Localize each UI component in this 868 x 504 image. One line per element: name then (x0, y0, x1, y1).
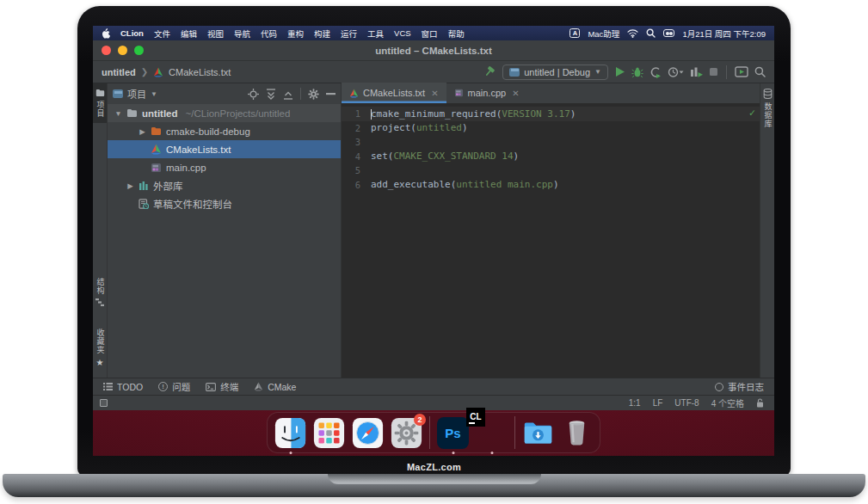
code-line[interactable]: 6 add_executable(untitled main.cpp) (342, 178, 760, 193)
line-ending-indicator[interactable]: LF (653, 398, 663, 408)
apple-menu-icon[interactable] (102, 28, 110, 39)
menu-item-run[interactable]: 运行 (341, 28, 357, 40)
settings-gear-icon[interactable] (308, 89, 319, 100)
dock-photoshop-icon[interactable]: Ps (437, 417, 469, 449)
tool-tab-favorites[interactable]: 收藏夹 ★ (93, 323, 107, 372)
window-titlebar[interactable]: untitled – CMakeLists.txt (93, 40, 774, 61)
clion-window: untitled – CMakeLists.txt untitled ❯ CMa… (93, 40, 774, 410)
run-button[interactable] (614, 66, 625, 77)
todo-tool-button[interactable]: TODO (103, 382, 143, 392)
close-tab-icon[interactable]: ✕ (512, 89, 519, 98)
expand-all-icon[interactable] (266, 89, 276, 100)
tree-item-label: main.cpp (166, 163, 206, 173)
tree-item-label: 草稿文件和控制台 (153, 197, 232, 211)
laptop-lid-notch (328, 474, 541, 484)
menu-item-refactor[interactable]: 重构 (287, 28, 304, 40)
chevron-collapsed-icon[interactable]: ▶ (126, 181, 134, 190)
breadcrumb-file[interactable]: CMakeLists.txt (169, 67, 231, 77)
macos-menubar: CLion 文件 编辑 视图 导航 代码 重构 构建 运行 工具 VCS 窗口 … (93, 26, 774, 40)
debug-button[interactable] (631, 66, 643, 78)
tree-item-label: 外部库 (153, 179, 183, 193)
terminal-tool-button[interactable]: 终端 (206, 380, 238, 393)
tree-row-cmakelists[interactable]: CMakeLists.txt (108, 140, 341, 158)
menu-item-clion[interactable]: CLion (120, 28, 144, 38)
event-log-button[interactable]: 事件日志 (715, 380, 764, 393)
code-editor[interactable]: 1 cmake_minimum_required(VERSION 3.17) 2… (342, 104, 760, 378)
locate-file-icon[interactable] (248, 89, 259, 100)
close-window-button[interactable] (102, 46, 111, 55)
cpp-file-icon (454, 89, 464, 97)
breadcrumb-separator-icon: ❯ (141, 67, 148, 77)
assistant-badge-icon[interactable]: A (569, 28, 580, 38)
tree-row-scratches[interactable]: 草稿文件和控制台 (108, 194, 341, 212)
menu-item-help[interactable]: 帮助 (448, 28, 465, 40)
unlocked-padlock-icon[interactable] (756, 398, 764, 408)
line-number: 4 (342, 151, 371, 162)
indent-indicator[interactable]: 4 个空格 (711, 396, 744, 409)
dock-safari-icon[interactable] (352, 417, 384, 449)
code-line[interactable]: 1 cmake_minimum_required(VERSION 3.17) (342, 107, 760, 121)
search-everywhere-icon[interactable] (754, 66, 766, 77)
menu-item-build[interactable]: 构建 (314, 28, 330, 40)
menu-item-view[interactable]: 视图 (207, 28, 224, 40)
collapse-all-icon[interactable] (283, 89, 293, 100)
code-line[interactable]: 3 (342, 135, 760, 150)
chevron-expanded-icon[interactable]: ▼ (114, 109, 122, 118)
inspections-ok-icon[interactable]: ✓ (749, 107, 755, 119)
tree-row-build-dir[interactable]: ▶ cmake-build-debug (108, 122, 341, 140)
build-hammer-icon[interactable] (483, 65, 496, 78)
wifi-icon[interactable] (627, 29, 638, 38)
code-line[interactable]: 2 project(untitled) (342, 121, 760, 136)
stop-button[interactable] (709, 67, 718, 77)
minimize-window-button[interactable] (118, 46, 127, 55)
assistant-menu[interactable]: Mac助理 (588, 28, 619, 40)
tool-tab-database[interactable]: 数据库 (760, 83, 774, 133)
menu-item-navigate[interactable]: 导航 (234, 28, 250, 40)
problems-tool-button[interactable]: ! 问题 (158, 380, 190, 393)
project-panel-title[interactable]: 项目 (127, 87, 146, 101)
editor-tab-main-cpp[interactable]: main.cpp ✕ (446, 83, 527, 103)
menu-item-file[interactable]: 文件 (154, 28, 170, 40)
dock-trash-icon[interactable] (561, 417, 593, 449)
spotlight-search-icon[interactable] (646, 28, 656, 38)
tool-tab-database-label: 数据库 (764, 102, 772, 128)
menu-item-tools[interactable]: 工具 (367, 28, 384, 40)
dock-settings-icon[interactable]: 2 (391, 417, 422, 449)
tool-tab-project[interactable]: 项目 (93, 83, 107, 123)
attach-profiler-button[interactable] (690, 66, 703, 78)
run-anything-icon[interactable] (735, 66, 748, 77)
control-center-icon[interactable] (663, 29, 674, 37)
cmake-tool-button[interactable]: CMake (254, 382, 296, 392)
menu-item-window[interactable]: 窗口 (422, 28, 438, 40)
tool-tab-structure[interactable]: 结构 (93, 273, 107, 311)
database-icon (763, 89, 773, 99)
zoom-window-button[interactable] (134, 46, 144, 55)
profiler-button[interactable] (649, 66, 662, 78)
dock-clion-icon[interactable]: CL (476, 417, 508, 449)
tree-row-external-libs[interactable]: ▶ 外部库 (108, 176, 341, 194)
dock-launchpad-icon[interactable] (313, 417, 345, 449)
cmake-icon (254, 382, 263, 391)
code-line[interactable]: 4 set(CMAKE_CXX_STANDARD 14) (342, 150, 760, 164)
menu-item-code[interactable]: 代码 (261, 28, 277, 40)
close-tab-icon[interactable]: ✕ (431, 89, 438, 98)
dock-finder-icon[interactable] (274, 417, 306, 449)
editor-tab-cmakelists[interactable]: CMakeLists.txt ✕ (342, 83, 446, 103)
run-with-coverage-button[interactable] (668, 66, 684, 78)
tree-row-main-cpp[interactable]: main.cpp (108, 158, 341, 176)
caret-position[interactable]: 1:1 (629, 398, 641, 408)
encoding-indicator[interactable]: UTF-8 (674, 398, 699, 408)
breadcrumb-project[interactable]: untitled (102, 67, 136, 77)
dock-downloads-folder-icon[interactable] (522, 417, 554, 449)
run-configuration-select[interactable]: untitled | Debug ▼ (502, 65, 608, 80)
code-line[interactable]: 5 (342, 163, 760, 178)
tree-root-path: ~/CLionProjects/untitled (186, 108, 291, 119)
tree-row-root[interactable]: ▼ untitled ~/CLionProjects/untitled (108, 104, 341, 122)
chevron-collapsed-icon[interactable]: ▶ (139, 127, 146, 136)
menu-item-edit[interactable]: 编辑 (181, 28, 197, 40)
hide-panel-icon[interactable] (326, 93, 336, 95)
menu-item-vcs[interactable]: VCS (394, 28, 411, 38)
menubar-clock[interactable]: 1月21日 周四 下午2:09 (682, 28, 766, 40)
chevron-down-icon[interactable]: ▼ (151, 90, 157, 98)
tool-window-switcher-icon[interactable] (100, 399, 108, 407)
